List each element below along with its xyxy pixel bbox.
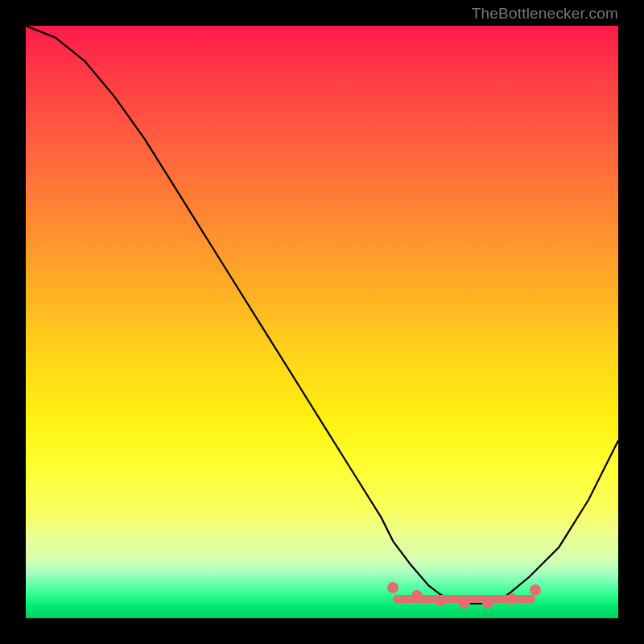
watermark-text: TheBottlenecker.com — [472, 5, 618, 23]
optimal-range-dot — [506, 593, 518, 605]
optimal-range-dot — [459, 597, 470, 609]
optimal-range-dot — [530, 584, 541, 596]
optimal-range-dot — [435, 595, 446, 606]
optimal-range-dot — [411, 590, 423, 601]
optimal-range-markers — [26, 26, 618, 618]
chart-frame: TheBottlenecker.com — [0, 0, 644, 644]
optimal-range-dot — [482, 597, 493, 609]
plot-area — [26, 26, 618, 618]
optimal-range-dot — [387, 582, 398, 593]
